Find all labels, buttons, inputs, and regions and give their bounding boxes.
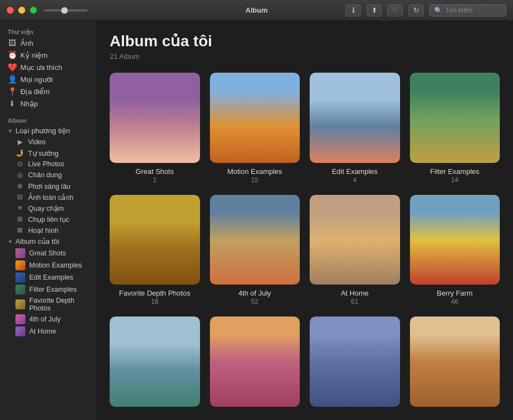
album-name-great-shots: Great Shots [136,167,174,176]
sidebar-label-long_exposure: Phơi sáng lâu [28,182,71,190]
album-thumb-row3-d [410,317,500,407]
album-count-great-shots: 1 [153,176,156,184]
slider-thumb [61,7,68,14]
sidebar-item-people[interactable]: 👤 Mọi người [0,73,96,85]
toolbar-controls: ℹ ⬆ ♡ ↻ 🔍 [345,4,506,17]
sidebar-album-motion-examples[interactable]: Motion Examples [0,259,96,271]
memories-icon: ⏰ [8,51,17,59]
share-button[interactable]: ⬆ [366,4,382,17]
sidebar-album-label-depth-photos: Favorite Depth Photos [29,297,88,312]
search-bar[interactable]: 🔍 [429,4,506,17]
july-thumb [15,314,25,324]
photos-icon: 🖼 [8,39,17,47]
sidebar-label-photos: Ảnh [20,39,88,47]
sidebar-album-july[interactable]: 4th of July [0,313,96,325]
album-tile-at-home[interactable]: At Home 61 [310,195,400,306]
video-icon: ▶ [15,138,24,146]
portrait-icon: ◎ [15,171,24,179]
main-layout: Thư viện 🖼 Ảnh ⏰ Kỷ niệm ❤️ Mục ưa thích… [0,21,513,420]
album-tile-motion-examples[interactable]: Motion Examples 15 [210,73,300,184]
media-types-label: Loại phương tiện [15,127,70,135]
at-home-thumb [15,326,25,336]
sidebar-album-edit-examples[interactable]: Edit Examples [0,271,96,283]
close-button[interactable] [7,7,14,14]
album-thumb-depth-photos [110,195,200,285]
sidebar-item-memories[interactable]: ⏰ Kỷ niệm [0,49,96,61]
thumb-image-row3-a [110,317,200,407]
sidebar-album-depth-photos[interactable]: Favorite Depth Photos [0,296,96,313]
my-albums-toggle[interactable]: ▼ Album của tôi [0,236,96,247]
panorama-icon: ⊟ [15,193,24,201]
sidebar-media-portrait[interactable]: ◎ Chân dung [0,170,96,181]
selfies-icon: 🤳 [15,149,24,157]
animated-icon: ⊠ [15,226,24,234]
motion-examples-thumb [15,260,25,270]
sidebar-item-import[interactable]: ⬇ Nhập [0,97,96,110]
info-button[interactable]: ℹ [345,4,361,17]
sidebar-media-animated[interactable]: ⊠ Hoạt hình [0,225,96,236]
album-tile-berry-farm[interactable]: Berry Farm 46 [410,195,500,306]
sidebar-label-import: Nhập [20,100,88,108]
album-count-july: 52 [251,298,258,306]
search-icon: 🔍 [434,7,442,14]
sidebar-item-favorites[interactable]: ❤️ Mục ưa thích [0,61,96,73]
album-tile-row3-b[interactable] [210,317,300,411]
album-tile-edit-examples[interactable]: Edit Examples 4 [310,73,400,184]
people-icon: 👤 [8,75,17,84]
library-items: 🖼 Ảnh ⏰ Kỷ niệm ❤️ Mục ưa thích 👤 Mọi ng… [0,37,96,110]
sidebar-album-label-filter-examples: Filter Examples [29,286,77,293]
album-count-edit-examples: 4 [353,176,357,184]
sidebar-media-burst[interactable]: ⊞ Chụp liên tục [0,214,96,225]
album-tile-filter-examples[interactable]: Filter Examples 14 [410,73,500,184]
album-thumb-great-shots [110,73,200,163]
sidebar-item-places[interactable]: 📍 Địa điểm [0,85,96,97]
album-tile-row3-d[interactable] [410,317,500,411]
album-tile-row3-a[interactable] [110,317,200,411]
rotate-button[interactable]: ↻ [408,4,424,17]
sidebar-album-filter-examples[interactable]: Filter Examples [0,283,96,296]
sidebar-media-selfies[interactable]: 🤳 Tự sướng [0,148,96,159]
import-icon: ⬇ [8,99,17,108]
chevron-down-icon: ▼ [8,128,13,134]
thumb-image-row3-d [410,317,500,407]
sidebar-media-video[interactable]: ▶ Video [0,137,96,148]
sidebar-label-favorites: Mục ưa thích [20,63,88,72]
sidebar-label-video: Video [28,138,46,146]
maximize-button[interactable] [30,7,37,14]
album-tile-july[interactable]: 4th of July 52 [210,195,300,306]
heart-button[interactable]: ♡ [387,4,403,17]
album-thumb-row3-c [310,317,400,407]
album-thumb-edit-examples [310,73,400,163]
sidebar-album-at-home[interactable]: At Home [0,325,96,337]
media-types-toggle[interactable]: ▼ Loại phương tiện [0,125,96,137]
places-icon: 📍 [8,87,17,96]
sidebar-media-live_photos[interactable]: ⊙ Live Photos [0,159,96,170]
thumb-image-great-shots [110,73,200,163]
sidebar-media-panorama[interactable]: ⊟ Ảnh toàn cảnh [0,192,96,203]
sidebar-media-long_exposure[interactable]: ⊛ Phơi sáng lâu [0,181,96,192]
minimize-button[interactable] [18,7,25,14]
sidebar-album-great-shots[interactable]: Great Shots [0,247,96,259]
album-count-at-home: 61 [351,298,358,306]
album-name-edit-examples: Edit Examples [332,167,377,176]
zoom-slider[interactable] [44,9,88,12]
album-name-berry-farm: Berry Farm [437,289,473,297]
sidebar-item-photos[interactable]: 🖼 Ảnh [0,37,96,49]
album-section-header: Album [0,114,96,125]
album-name-depth-photos: Favorite Depth Photos [119,289,190,297]
album-tile-row3-c[interactable] [310,317,400,411]
album-tile-great-shots[interactable]: Great Shots 1 [110,73,200,184]
sidebar-media-slo_mo[interactable]: ✳ Quay chậm [0,203,96,214]
album-thumb-july [210,195,300,285]
thumb-image-july [210,195,300,285]
album-tile-depth-photos[interactable]: Favorite Depth Photos 18 [110,195,200,306]
album-thumb-row3-a [110,317,200,407]
search-input[interactable] [445,7,501,14]
thumb-image-at-home [310,195,400,285]
album-count-depth-photos: 18 [151,298,158,306]
sidebar-album-label-edit-examples: Edit Examples [29,274,73,281]
my-albums-label: Album của tôi [15,237,60,246]
album-count-motion-examples: 15 [251,176,258,184]
slo_mo-icon: ✳ [15,204,24,212]
page-title: Album của tôi [110,32,500,50]
